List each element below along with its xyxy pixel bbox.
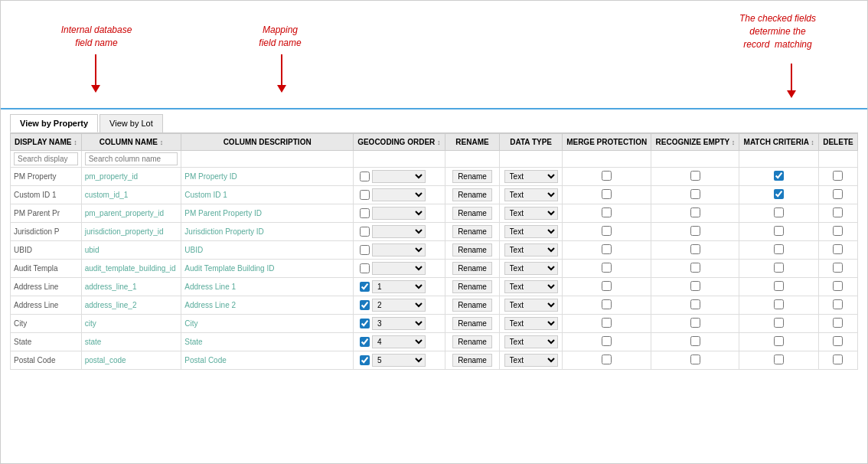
sort-icon-recognize[interactable]: ↕ (732, 139, 736, 146)
merge-protection-checkbox[interactable] (602, 318, 612, 328)
rename-button[interactable]: Rename (452, 170, 492, 183)
data-type-select[interactable]: Text (504, 170, 558, 183)
merge-protection-checkbox[interactable] (602, 226, 612, 236)
rename-button[interactable]: Rename (452, 225, 492, 238)
data-type-select[interactable]: Text (504, 207, 558, 220)
data-type-select[interactable]: Text (504, 354, 558, 367)
sort-icon-geocode[interactable]: ↕ (437, 139, 441, 146)
geocode-order-select[interactable]: 3 (372, 317, 426, 330)
recognize-empty-checkbox[interactable] (690, 189, 700, 199)
recognize-empty-checkbox[interactable] (690, 244, 700, 254)
tab-view-by-lot[interactable]: View by Lot (100, 114, 163, 132)
geocode-order-select[interactable]: 5 (372, 354, 426, 367)
search-display-input[interactable] (14, 152, 78, 165)
geocode-checkbox[interactable] (360, 300, 370, 310)
delete-checkbox[interactable] (833, 355, 843, 364)
recognize-empty-checkbox[interactable] (690, 281, 700, 291)
geocode-order-select[interactable] (372, 170, 426, 183)
delete-checkbox[interactable] (833, 189, 843, 199)
data-type-select[interactable]: Text (504, 317, 558, 330)
geocode-checkbox[interactable] (360, 263, 370, 273)
recognize-empty-checkbox[interactable] (690, 299, 700, 309)
merge-protection-checkbox[interactable] (602, 336, 612, 346)
geocode-order-select[interactable]: 2 (372, 299, 426, 312)
geocode-checkbox[interactable] (360, 245, 370, 255)
geocode-checkbox[interactable] (360, 227, 370, 237)
match-criteria-checkbox[interactable] (774, 299, 784, 309)
delete-cell (818, 223, 857, 241)
match-criteria-checkbox[interactable] (774, 171, 784, 181)
geocode-checkbox[interactable] (360, 337, 370, 347)
delete-checkbox[interactable] (833, 318, 843, 328)
data-type-select[interactable]: Text (504, 262, 558, 275)
match-criteria-checkbox[interactable] (774, 336, 784, 346)
delete-checkbox[interactable] (833, 281, 843, 291)
recognize-empty-checkbox[interactable] (690, 263, 700, 273)
delete-checkbox[interactable] (833, 336, 843, 346)
recognize-empty-checkbox[interactable] (690, 226, 700, 236)
merge-protection-checkbox[interactable] (602, 189, 612, 199)
data-type-select[interactable]: Text (504, 225, 558, 238)
rename-button[interactable]: Rename (452, 354, 492, 367)
sort-icon-match[interactable]: ↕ (811, 139, 814, 146)
geocode-order-select[interactable]: 4 (372, 335, 426, 348)
geocode-order-select[interactable] (372, 225, 426, 238)
geocode-order-select[interactable] (372, 188, 426, 201)
merge-protection-checkbox[interactable] (602, 355, 612, 364)
data-type-select[interactable]: Text (504, 280, 558, 293)
delete-checkbox[interactable] (833, 299, 843, 309)
delete-checkbox[interactable] (833, 244, 843, 254)
delete-checkbox[interactable] (833, 263, 843, 273)
match-criteria-checkbox[interactable] (774, 207, 784, 217)
column-name-cell: pm_parent_property_id (81, 204, 181, 223)
rename-button[interactable]: Rename (452, 317, 492, 330)
rename-button[interactable]: Rename (452, 243, 492, 257)
rename-button[interactable]: Rename (452, 188, 492, 201)
recognize-empty-checkbox[interactable] (690, 336, 700, 346)
geocode-checkbox[interactable] (360, 282, 370, 292)
delete-checkbox[interactable] (833, 171, 843, 181)
match-criteria-checkbox[interactable] (774, 281, 784, 291)
match-criteria-checkbox[interactable] (774, 263, 784, 273)
tab-view-by-property[interactable]: View by Property (10, 114, 98, 132)
match-criteria-checkbox[interactable] (774, 244, 784, 254)
merge-protection-checkbox[interactable] (602, 171, 612, 181)
match-criteria-checkbox[interactable] (774, 189, 784, 199)
geocode-order-select[interactable] (372, 243, 426, 257)
recognize-empty-checkbox[interactable] (690, 355, 700, 364)
geocode-order-select[interactable] (372, 262, 426, 275)
recognize-empty-checkbox[interactable] (690, 171, 700, 181)
recognize-empty-checkbox[interactable] (690, 318, 700, 328)
search-column-input[interactable] (85, 152, 178, 165)
merge-protection-checkbox[interactable] (602, 299, 612, 309)
merge-protection-checkbox[interactable] (602, 207, 612, 217)
geocode-checkbox[interactable] (360, 190, 370, 200)
geocode-order-select[interactable] (372, 207, 426, 220)
rename-button[interactable]: Rename (452, 335, 492, 348)
rename-button[interactable]: Rename (452, 262, 492, 275)
delete-checkbox[interactable] (833, 226, 843, 236)
match-criteria-checkbox[interactable] (774, 355, 784, 364)
merge-protection-checkbox[interactable] (602, 244, 612, 254)
column-desc-cell: Audit Template Building ID (181, 260, 354, 278)
rename-button[interactable]: Rename (452, 207, 492, 220)
merge-protection-checkbox[interactable] (602, 263, 612, 273)
geocode-checkbox[interactable] (360, 208, 370, 218)
geocode-order-select[interactable]: 1 (372, 280, 426, 293)
geocode-checkbox[interactable] (360, 172, 370, 181)
geocode-checkbox[interactable] (360, 355, 370, 365)
data-type-select[interactable]: Text (504, 188, 558, 201)
data-type-select[interactable]: Text (504, 335, 558, 348)
data-type-select[interactable]: Text (504, 243, 558, 257)
geocode-checkbox[interactable] (360, 319, 370, 328)
rename-button[interactable]: Rename (452, 299, 492, 312)
sort-icon-display[interactable]: ↕ (73, 139, 77, 146)
data-type-select[interactable]: Text (504, 299, 558, 312)
match-criteria-checkbox[interactable] (774, 226, 784, 236)
match-criteria-checkbox[interactable] (774, 318, 784, 328)
sort-icon-column[interactable]: ↕ (160, 139, 164, 146)
recognize-empty-checkbox[interactable] (690, 207, 700, 217)
merge-protection-checkbox[interactable] (602, 281, 612, 291)
rename-button[interactable]: Rename (452, 280, 492, 293)
delete-checkbox[interactable] (833, 207, 843, 217)
